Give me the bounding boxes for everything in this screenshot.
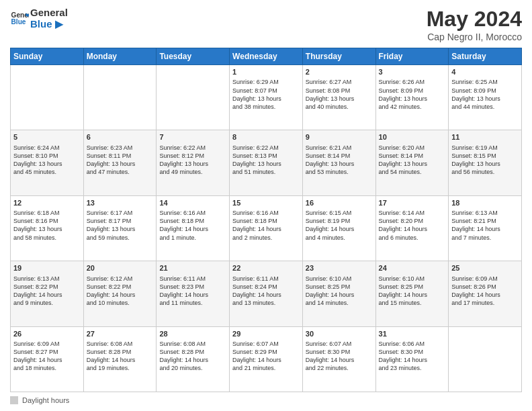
day-number: 11 (451, 132, 519, 142)
day-number: 4 (451, 67, 519, 77)
day-number: 15 (232, 198, 300, 208)
day-info: Sunrise: 6:29 AMSunset: 8:07 PMDaylight:… (232, 78, 300, 111)
day-number: 24 (379, 263, 446, 273)
day-number: 10 (379, 132, 446, 142)
daylight-box (10, 396, 18, 404)
calendar-cell: 12Sunrise: 6:18 AMSunset: 8:16 PMDayligh… (11, 195, 84, 261)
col-friday: Friday (375, 48, 449, 65)
col-monday: Monday (83, 48, 157, 65)
logo-blue: Blue ▶ (30, 18, 68, 30)
footer: Daylight hours (10, 396, 522, 404)
day-info: Sunrise: 6:25 AMSunset: 8:09 PMDaylight:… (451, 78, 519, 111)
page: General Blue General Blue ▶ May 2024 Cap… (0, 0, 532, 411)
day-number: 3 (379, 67, 446, 77)
calendar-week-5: 26Sunrise: 6:09 AMSunset: 8:27 PMDayligh… (11, 326, 522, 392)
calendar-cell: 19Sunrise: 6:13 AMSunset: 8:22 PMDayligh… (11, 261, 84, 326)
day-info: Sunrise: 6:11 AMSunset: 8:23 PMDaylight:… (159, 275, 226, 308)
header: General Blue General Blue ▶ May 2024 Cap… (10, 7, 522, 42)
calendar-cell: 15Sunrise: 6:16 AMSunset: 8:18 PMDayligh… (230, 195, 303, 261)
day-info: Sunrise: 6:09 AMSunset: 8:26 PMDaylight:… (451, 275, 519, 308)
day-info: Sunrise: 6:27 AMSunset: 8:08 PMDaylight:… (306, 78, 373, 111)
calendar-week-3: 12Sunrise: 6:18 AMSunset: 8:16 PMDayligh… (11, 195, 522, 261)
day-info: Sunrise: 6:26 AMSunset: 8:09 PMDaylight:… (379, 78, 446, 111)
day-info: Sunrise: 6:12 AMSunset: 8:22 PMDaylight:… (87, 275, 154, 308)
calendar-cell: 26Sunrise: 6:09 AMSunset: 8:27 PMDayligh… (11, 326, 84, 392)
day-number: 31 (379, 329, 446, 339)
calendar-cell: 20Sunrise: 6:12 AMSunset: 8:22 PMDayligh… (83, 261, 157, 326)
day-info: Sunrise: 6:13 AMSunset: 8:21 PMDaylight:… (451, 209, 519, 242)
calendar-cell: 14Sunrise: 6:16 AMSunset: 8:18 PMDayligh… (157, 195, 230, 261)
day-info: Sunrise: 6:07 AMSunset: 8:29 PMDaylight:… (232, 340, 300, 373)
day-number: 2 (306, 67, 373, 77)
day-number: 14 (159, 198, 226, 208)
day-number: 17 (379, 198, 446, 208)
calendar-cell: 8Sunrise: 6:22 AMSunset: 8:13 PMDaylight… (230, 130, 303, 195)
calendar-header-row: Sunday Monday Tuesday Wednesday Thursday… (11, 48, 522, 65)
day-number: 9 (306, 132, 373, 142)
calendar-cell (83, 65, 157, 130)
calendar-week-4: 19Sunrise: 6:13 AMSunset: 8:22 PMDayligh… (11, 261, 522, 326)
day-number: 18 (451, 198, 519, 208)
day-info: Sunrise: 6:08 AMSunset: 8:28 PMDaylight:… (159, 340, 226, 373)
day-info: Sunrise: 6:10 AMSunset: 8:25 PMDaylight:… (306, 275, 373, 308)
day-number: 1 (232, 67, 300, 77)
day-number: 5 (13, 132, 81, 142)
day-number: 21 (159, 263, 226, 273)
day-info: Sunrise: 6:22 AMSunset: 8:12 PMDaylight:… (159, 144, 226, 177)
calendar-cell: 3Sunrise: 6:26 AMSunset: 8:09 PMDaylight… (375, 65, 449, 130)
day-info: Sunrise: 6:24 AMSunset: 8:10 PMDaylight:… (13, 144, 81, 177)
calendar-cell: 13Sunrise: 6:17 AMSunset: 8:17 PMDayligh… (83, 195, 157, 261)
col-saturday: Saturday (449, 48, 522, 65)
svg-text:Blue: Blue (11, 19, 26, 26)
day-number: 28 (159, 329, 226, 339)
calendar-body: 1Sunrise: 6:29 AMSunset: 8:07 PMDaylight… (11, 65, 522, 392)
day-info: Sunrise: 6:07 AMSunset: 8:30 PMDaylight:… (306, 340, 373, 373)
col-sunday: Sunday (11, 48, 84, 65)
calendar-cell: 10Sunrise: 6:20 AMSunset: 8:14 PMDayligh… (375, 130, 449, 195)
day-info: Sunrise: 6:21 AMSunset: 8:14 PMDaylight:… (306, 144, 373, 177)
calendar-cell: 30Sunrise: 6:07 AMSunset: 8:30 PMDayligh… (302, 326, 375, 392)
day-number: 6 (87, 132, 154, 142)
location: Cap Negro II, Morocco (427, 32, 522, 42)
day-info: Sunrise: 6:22 AMSunset: 8:13 PMDaylight:… (232, 144, 300, 177)
calendar-cell: 31Sunrise: 6:06 AMSunset: 8:30 PMDayligh… (375, 326, 449, 392)
day-info: Sunrise: 6:06 AMSunset: 8:30 PMDaylight:… (379, 340, 446, 373)
calendar-cell: 28Sunrise: 6:08 AMSunset: 8:28 PMDayligh… (157, 326, 230, 392)
day-info: Sunrise: 6:16 AMSunset: 8:18 PMDaylight:… (232, 209, 300, 242)
day-number: 20 (87, 263, 154, 273)
calendar-cell: 11Sunrise: 6:19 AMSunset: 8:15 PMDayligh… (449, 130, 522, 195)
calendar-week-2: 5Sunrise: 6:24 AMSunset: 8:10 PMDaylight… (11, 130, 522, 195)
day-info: Sunrise: 6:17 AMSunset: 8:17 PMDaylight:… (87, 209, 154, 242)
calendar-cell: 25Sunrise: 6:09 AMSunset: 8:26 PMDayligh… (449, 261, 522, 326)
day-number: 16 (306, 198, 373, 208)
day-number: 22 (232, 263, 300, 273)
day-number: 27 (87, 329, 154, 339)
calendar-cell: 22Sunrise: 6:11 AMSunset: 8:24 PMDayligh… (230, 261, 303, 326)
day-number: 19 (13, 263, 81, 273)
calendar-cell: 21Sunrise: 6:11 AMSunset: 8:23 PMDayligh… (157, 261, 230, 326)
daylight-label: Daylight hours (22, 396, 69, 404)
logo-general: General (30, 7, 68, 18)
calendar-cell: 27Sunrise: 6:08 AMSunset: 8:28 PMDayligh… (83, 326, 157, 392)
calendar-cell: 2Sunrise: 6:27 AMSunset: 8:08 PMDaylight… (302, 65, 375, 130)
calendar-week-1: 1Sunrise: 6:29 AMSunset: 8:07 PMDaylight… (11, 65, 522, 130)
day-number: 8 (232, 132, 300, 142)
day-number: 12 (13, 198, 81, 208)
calendar-cell: 18Sunrise: 6:13 AMSunset: 8:21 PMDayligh… (449, 195, 522, 261)
calendar-cell: 4Sunrise: 6:25 AMSunset: 8:09 PMDaylight… (449, 65, 522, 130)
day-info: Sunrise: 6:11 AMSunset: 8:24 PMDaylight:… (232, 275, 300, 308)
day-info: Sunrise: 6:14 AMSunset: 8:20 PMDaylight:… (379, 209, 446, 242)
calendar-cell: 16Sunrise: 6:15 AMSunset: 8:19 PMDayligh… (302, 195, 375, 261)
calendar-cell: 7Sunrise: 6:22 AMSunset: 8:12 PMDaylight… (157, 130, 230, 195)
day-info: Sunrise: 6:10 AMSunset: 8:25 PMDaylight:… (379, 275, 446, 308)
day-info: Sunrise: 6:16 AMSunset: 8:18 PMDaylight:… (159, 209, 226, 242)
calendar-cell: 9Sunrise: 6:21 AMSunset: 8:14 PMDaylight… (302, 130, 375, 195)
calendar-cell: 23Sunrise: 6:10 AMSunset: 8:25 PMDayligh… (302, 261, 375, 326)
title-section: May 2024 Cap Negro II, Morocco (427, 7, 522, 42)
day-info: Sunrise: 6:23 AMSunset: 8:11 PMDaylight:… (87, 144, 154, 177)
calendar-cell: 29Sunrise: 6:07 AMSunset: 8:29 PMDayligh… (230, 326, 303, 392)
calendar-cell (157, 65, 230, 130)
month-title: May 2024 (427, 7, 522, 32)
calendar-cell: 17Sunrise: 6:14 AMSunset: 8:20 PMDayligh… (375, 195, 449, 261)
col-thursday: Thursday (302, 48, 375, 65)
